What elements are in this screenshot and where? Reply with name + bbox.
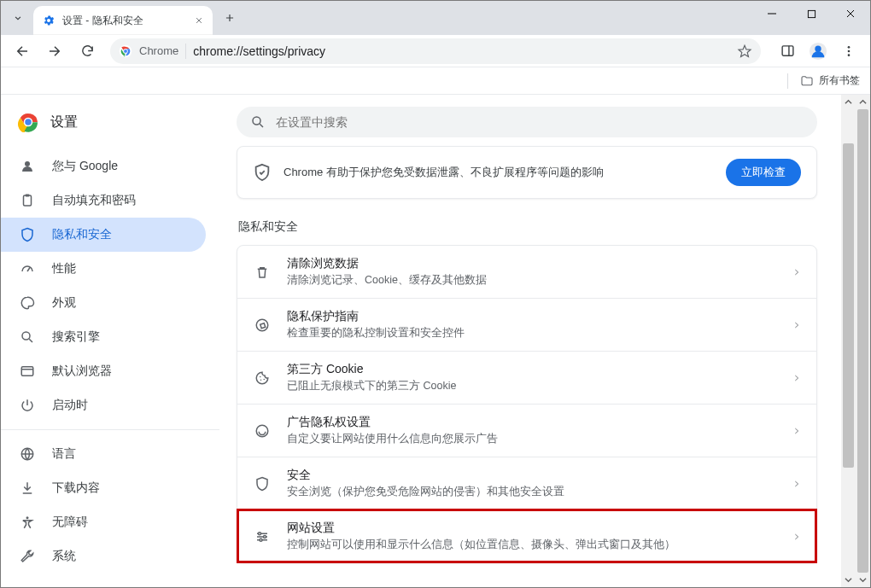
omnibox-separator [185, 44, 186, 59]
scroll-up-button[interactable] [841, 95, 856, 109]
row-title: 第三方 Cookie [287, 362, 777, 377]
sidebar-item-label: 下载内容 [52, 480, 100, 496]
sidebar-item-label: 无障碍 [52, 515, 88, 530]
settings-main: Chrome 有助于保护您免受数据泄露、不良扩展程序等问题的影响 立即检查 隐私… [219, 95, 870, 587]
svg-rect-4 [782, 46, 793, 55]
settings-search[interactable] [237, 107, 817, 137]
sidebar-item-label: 默认浏览器 [52, 364, 112, 379]
svg-point-20 [253, 117, 260, 125]
clipboard-icon [20, 193, 35, 208]
tab-title: 设置 - 隐私和安全 [62, 14, 185, 28]
chevron-right-icon [792, 480, 801, 488]
close-window-button[interactable] [831, 1, 870, 26]
minimize-button[interactable] [752, 1, 792, 26]
search-icon [20, 329, 35, 345]
reload-button[interactable] [73, 38, 102, 65]
row-subtitle: 自定义要让网站使用什么信息向您展示广告 [287, 432, 777, 446]
row-clear-browsing-data[interactable]: 清除浏览数据 清除浏览记录、Cookie、缓存及其他数据 [237, 246, 816, 298]
person-icon [20, 159, 35, 174]
row-privacy-guide[interactable]: 隐私保护指南 检查重要的隐私控制设置和安全控件 [237, 298, 816, 351]
window-scrollbar[interactable] [856, 95, 870, 587]
content-scrollbar[interactable] [841, 95, 856, 587]
scrollbar-thumb[interactable] [857, 109, 868, 573]
maximize-button[interactable] [792, 1, 831, 26]
settings-search-input[interactable] [274, 114, 804, 130]
titlebar: 设置 - 隐私和安全 [1, 1, 870, 35]
sidebar-item-label: 启动时 [52, 398, 88, 413]
all-bookmarks-button[interactable]: 所有书签 [800, 73, 860, 88]
wrench-icon [20, 549, 35, 564]
shield-icon [20, 227, 35, 242]
svg-point-24 [264, 378, 266, 380]
profile-avatar-button[interactable] [804, 38, 833, 65]
row-title: 隐私保护指南 [287, 309, 777, 324]
sidebar-item-on-startup[interactable]: 启动时 [1, 388, 206, 422]
active-tab[interactable]: 设置 - 隐私和安全 [33, 6, 213, 35]
sidebar-item-autofill[interactable]: 自动填充和密码 [1, 183, 206, 218]
svg-point-6 [815, 45, 821, 51]
globe-icon [20, 446, 35, 462]
sidebar-item-system[interactable]: 系统 [1, 539, 206, 573]
row-title: 网站设置 [287, 521, 777, 536]
bookmarks-bar: 所有书签 [1, 67, 870, 95]
safety-check-card: Chrome 有助于保护您免受数据泄露、不良扩展程序等问题的影响 立即检查 [237, 146, 817, 199]
back-button[interactable] [8, 38, 37, 65]
accessibility-icon [20, 515, 35, 530]
row-third-party-cookies[interactable]: 第三方 Cookie 已阻止无痕模式下的第三方 Cookie [237, 351, 816, 404]
sidebar-item-label: 语言 [52, 446, 76, 462]
sidebar-item-default-browser[interactable]: 默认浏览器 [1, 354, 206, 388]
scrollbar-thumb[interactable] [843, 143, 854, 468]
sidebar-item-privacy[interactable]: 隐私和安全 [1, 218, 206, 252]
safety-check-button[interactable]: 立即检查 [726, 159, 801, 186]
sidebar-item-search-engine[interactable]: 搜索引擎 [1, 320, 206, 354]
address-bar[interactable]: Chrome chrome://settings/privacy [110, 38, 761, 64]
chrome-logo-icon [119, 44, 132, 58]
download-icon [20, 480, 35, 496]
row-security[interactable]: 安全 安全浏览（保护您免受危险网站的侵害）和其他安全设置 [237, 457, 816, 509]
forward-button[interactable] [40, 38, 69, 65]
gear-icon [42, 14, 56, 27]
toolbar: Chrome chrome://settings/privacy [1, 35, 870, 67]
browser-window: 设置 - 隐私和安全 [0, 0, 871, 588]
folder-icon [800, 74, 814, 88]
scroll-down-button[interactable] [841, 573, 856, 587]
settings-brand: 设置 [1, 95, 219, 149]
sliders-icon [253, 529, 272, 544]
site-chip-label: Chrome [139, 44, 178, 57]
row-subtitle: 安全浏览（保护您免受危险网站的侵害）和其他安全设置 [287, 485, 777, 499]
sidebar-item-label: 自动填充和密码 [52, 193, 136, 208]
settings-title: 设置 [50, 114, 78, 131]
star-icon[interactable] [737, 44, 752, 59]
close-tab-button[interactable] [192, 14, 206, 27]
sidebar-item-you-and-google[interactable]: 您与 Google [1, 149, 206, 183]
row-title: 广告隐私权设置 [287, 415, 777, 430]
all-bookmarks-label: 所有书签 [819, 73, 860, 88]
sidebar-item-downloads[interactable]: 下载内容 [1, 471, 206, 505]
sidebar-item-appearance[interactable]: 外观 [1, 286, 206, 320]
browser-window-icon [20, 364, 35, 379]
row-site-settings[interactable]: 网站设置 控制网站可以使用和显示什么信息（如位置信息、摄像头、弹出式窗口及其他） [237, 509, 816, 562]
svg-point-28 [260, 539, 262, 541]
sidebar-divider [1, 429, 219, 430]
row-subtitle: 清除浏览记录、Cookie、缓存及其他数据 [287, 273, 777, 288]
sidebar-item-languages[interactable]: 语言 [1, 437, 206, 471]
svg-point-27 [264, 535, 266, 538]
kebab-menu-button[interactable] [834, 38, 863, 65]
svg-point-8 [848, 49, 851, 52]
row-ad-privacy[interactable]: 广告隐私权设置 自定义要让网站使用什么信息向您展示广告 [237, 404, 816, 457]
new-tab-button[interactable] [218, 6, 242, 30]
svg-rect-17 [21, 367, 33, 376]
svg-point-19 [26, 516, 29, 519]
sidebar-item-accessibility[interactable]: 无障碍 [1, 505, 206, 539]
site-chip[interactable]: Chrome [139, 44, 178, 57]
tabs-dropdown-button[interactable] [6, 6, 30, 30]
side-panel-button[interactable] [773, 38, 802, 65]
privacy-list-card: 清除浏览数据 清除浏览记录、Cookie、缓存及其他数据 隐私保护指南 检查重要… [237, 245, 817, 563]
bookmarks-separator [787, 73, 788, 89]
sidebar-item-performance[interactable]: 性能 [1, 252, 206, 286]
chevron-right-icon [792, 321, 801, 329]
shield-check-icon [253, 163, 272, 182]
scroll-down-button[interactable] [856, 573, 870, 587]
sidebar-item-label: 系统 [52, 549, 76, 564]
scroll-up-button[interactable] [856, 95, 870, 109]
